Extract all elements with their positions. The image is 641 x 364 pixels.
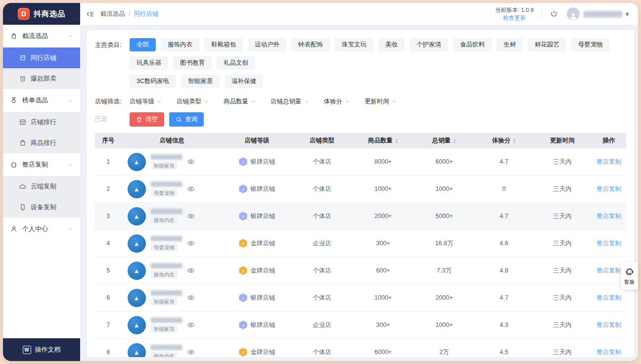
divider: [542, 9, 542, 19]
view-store-eye-icon[interactable]: [187, 348, 195, 356]
filter-dropdown[interactable]: 店铺总销量: [271, 97, 309, 106]
category-chip[interactable]: 生鲜: [497, 38, 523, 51]
category-chip[interactable]: 礼品文创: [217, 56, 255, 70]
category-chip[interactable]: 美妆: [378, 38, 405, 51]
cell-total-sales: 7.3万: [413, 267, 475, 275]
sidebar-item-tonghang-dianpu[interactable]: 同行店铺: [3, 47, 80, 68]
table-row: 5 ▲ ██████████ 服饰内衣 ♪ 金牌店铺 个体店 600+ 7.3万…: [95, 257, 626, 284]
table-header-row: 序号 店铺信息 店铺等级 店铺类型 商品数量 总销量 体验分 更新时间 操作: [95, 133, 626, 148]
clear-button[interactable]: 清空: [130, 112, 164, 127]
category-chip[interactable]: 鲜花园艺: [528, 38, 566, 51]
cell-store-info: ▲ ██████████ 智能家居: [122, 289, 223, 307]
sidebar-item-dianpu-paihang[interactable]: 店铺排行: [3, 112, 80, 133]
customer-service-button[interactable]: 客服: [621, 262, 638, 289]
table-header-cell[interactable]: 店铺信息: [122, 136, 223, 145]
cell-product-count: 300+: [353, 240, 414, 247]
table-row: 6 ▲ ██████████ 智能家居 ♪ 银牌店铺 个体店 1000+ 200…: [95, 284, 626, 312]
sidebar-item-baokuan-genmai[interactable]: 爆款跟卖: [3, 68, 80, 89]
cell-store-level: ♪ 银牌店铺: [223, 293, 292, 302]
cell-store-info: ▲ ██████████ 服饰内衣: [122, 262, 223, 280]
cell-store-info: ▲ ██████████ 智能家居: [122, 316, 223, 334]
shop-filter-row: 店铺筛选: 店铺等级 店铺类型 商品数量 店铺总销量 体验分 更新时间: [95, 94, 626, 106]
category-chip[interactable]: 全部: [130, 38, 156, 51]
sidebar-group-jieliu[interactable]: 截流选品: [3, 25, 80, 47]
category-chip[interactable]: 玩具乐器: [130, 56, 168, 70]
copy-store-link[interactable]: 整店复制: [596, 267, 621, 275]
cell-shop-type: 个体店: [291, 294, 353, 302]
chevron-down-icon[interactable]: ▾: [625, 9, 629, 19]
breadcrumb-parent[interactable]: 截流选品: [100, 10, 125, 17]
copy-store-link[interactable]: 整店复制: [596, 239, 621, 248]
copy-store-link[interactable]: 整店复制: [596, 348, 621, 357]
store-avatar: ▲: [128, 289, 146, 307]
category-chip[interactable]: 3C数码家电: [130, 75, 176, 88]
store-category-tag: 母婴宠物: [151, 189, 178, 197]
category-chip[interactable]: 母婴宠物: [571, 38, 610, 51]
cell-score: 4.7: [475, 294, 533, 301]
check-update-link[interactable]: 检查更新: [503, 15, 526, 21]
sidebar-group-bangdan[interactable]: 榜单选品: [3, 89, 80, 112]
view-store-eye-icon[interactable]: [187, 321, 195, 329]
category-chip[interactable]: 钟表配饰: [291, 38, 330, 51]
cell-product-count: 600+: [353, 267, 414, 274]
sort-icon[interactable]: [513, 138, 516, 143]
cell-total-sales: 1000+: [413, 321, 475, 328]
table-header-cell[interactable]: 店铺等级: [223, 136, 292, 145]
category-chip[interactable]: 运动户外: [248, 38, 286, 51]
category-chip[interactable]: 个护家清: [410, 38, 448, 51]
user-avatar[interactable]: [567, 7, 580, 20]
table-header-cell[interactable]: 店铺类型: [291, 136, 353, 145]
table-header-cell[interactable]: 更新时间: [533, 136, 592, 145]
sort-icon[interactable]: [453, 138, 456, 143]
category-chip[interactable]: 珠宝文玩: [335, 38, 373, 51]
sidebar-item-shebei-fuzhi[interactable]: 设备复制: [3, 197, 80, 218]
category-chip[interactable]: 食品饮料: [453, 38, 492, 51]
view-store-eye-icon[interactable]: [187, 294, 195, 302]
copy-store-link[interactable]: 整店复制: [596, 158, 621, 166]
sidebar-item-shangpin-paihang[interactable]: 商品排行: [3, 133, 80, 153]
cell-shop-type: 个体店: [291, 158, 353, 166]
filter-dropdown[interactable]: 店铺类型: [177, 97, 209, 106]
cell-update-time: 三天内: [533, 185, 592, 193]
filter-dropdown[interactable]: 更新时间: [365, 97, 397, 106]
collapse-sidebar-icon[interactable]: [86, 10, 94, 18]
copy-store-link[interactable]: 整店复制: [596, 321, 621, 329]
home-icon: [10, 161, 18, 169]
docs-button[interactable]: W 操作文档: [3, 338, 80, 361]
table-header-cell[interactable]: 商品数量: [353, 136, 414, 145]
table-header-cell[interactable]: 操作: [592, 136, 626, 145]
sidebar-group-geren[interactable]: 个人中心: [3, 218, 80, 240]
filter-dropdown[interactable]: 商品数量: [224, 97, 256, 106]
copy-store-link[interactable]: 整店复制: [596, 185, 621, 193]
filter-dropdown[interactable]: 体验分: [324, 97, 350, 106]
table-header-cell[interactable]: 序号: [95, 136, 122, 145]
category-chip[interactable]: 服饰内衣: [161, 38, 199, 51]
sidebar-group-zhengdian[interactable]: 整店复制: [3, 153, 80, 176]
copy-store-link[interactable]: 整店复制: [596, 294, 621, 302]
cell-total-sales: 16.8万: [413, 239, 475, 248]
view-store-eye-icon[interactable]: [187, 267, 195, 274]
cell-update-time: 三天内: [533, 321, 592, 329]
category-label: 主营类目:: [95, 38, 130, 88]
filter-dropdown[interactable]: 店铺等级: [130, 97, 162, 106]
cell-row-index: 5: [95, 267, 122, 274]
chevron-down-icon: [204, 99, 209, 104]
chevron-down-icon: [392, 99, 397, 104]
table-header-cell[interactable]: 总销量: [413, 136, 475, 145]
table-header-cell[interactable]: 体验分: [475, 136, 533, 145]
cell-product-count: 1000+: [353, 294, 414, 301]
view-store-eye-icon[interactable]: [187, 185, 195, 193]
level-badge-icon: ♪: [239, 266, 248, 275]
sidebar-item-yunduan-fuzhi[interactable]: 云端复制: [3, 176, 80, 197]
sort-icon[interactable]: [395, 138, 398, 143]
category-chip[interactable]: 鞋靴箱包: [204, 38, 243, 51]
view-store-eye-icon[interactable]: [187, 212, 195, 220]
view-store-eye-icon[interactable]: [187, 158, 195, 166]
category-chip[interactable]: 智能家居: [181, 75, 220, 88]
copy-store-link[interactable]: 整店复制: [596, 212, 621, 221]
query-button[interactable]: 查询: [169, 112, 204, 127]
category-chip[interactable]: 图书教育: [173, 56, 212, 70]
view-store-eye-icon[interactable]: [187, 239, 195, 247]
power-icon[interactable]: [550, 10, 558, 18]
category-chip[interactable]: 滋补保健: [225, 75, 263, 88]
